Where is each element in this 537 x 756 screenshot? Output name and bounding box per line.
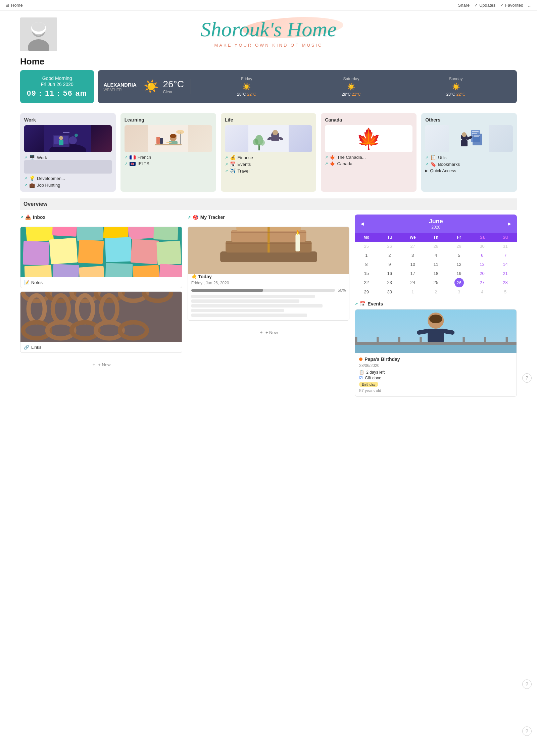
inbox-icon: 📥 [25, 215, 31, 220]
svg-rect-15 [148, 125, 188, 152]
learning-link-french[interactable]: ↗ French [125, 155, 212, 160]
tracker-column: ↗ 🎯 My Tracker [188, 215, 350, 397]
cal-day[interactable]: 16 [378, 269, 401, 278]
cal-day[interactable]: 2 [378, 251, 401, 260]
share-button[interactable]: Share [458, 3, 470, 8]
arrow-icon: ↗ [225, 162, 228, 167]
canada-link-canada[interactable]: ↗ 🍁 Canada [325, 161, 412, 166]
help-button-mid[interactable]: ? [522, 373, 532, 383]
cal-day[interactable]: 27 [401, 242, 424, 251]
learning-link-ielts[interactable]: ↗ 🇬🇧 IELTS [125, 161, 212, 166]
cal-day[interactable]: 1 [355, 251, 378, 260]
cal-day[interactable]: 18 [424, 269, 447, 278]
inbox-card-notes[interactable]: 📝 Notes [20, 227, 182, 288]
gift-label: Gift done [365, 376, 381, 380]
cal-day[interactable]: 12 [447, 260, 471, 269]
widgets-row: Good Morning Fri Jun 26 2020 09 : 11 : 5… [0, 70, 537, 110]
tracker-label: My Tracker [200, 215, 225, 220]
cal-day[interactable]: 11 [424, 260, 447, 269]
day-sa: Sa [471, 235, 494, 240]
inbox-card-links[interactable]: 🔗 Links [20, 291, 182, 353]
cal-day[interactable]: 5 [494, 287, 517, 296]
cal-day[interactable]: 5 [447, 251, 471, 260]
cal-day[interactable]: 30 [471, 242, 494, 251]
cal-day[interactable]: 31 [494, 242, 517, 251]
ca-flag-icon2: 🍁 [330, 161, 335, 166]
cal-day[interactable]: 4 [471, 287, 494, 296]
quick-access-button[interactable]: ▶ Quick Access [425, 168, 513, 173]
svg-rect-53 [153, 227, 178, 240]
bookmarks-icon: 🔖 [430, 161, 436, 167]
life-link-finance[interactable]: ↗ 💰 Finance [225, 155, 312, 160]
cal-day[interactable]: 14 [494, 260, 517, 269]
cal-day[interactable]: 10 [401, 260, 424, 269]
cal-day[interactable]: 7 [494, 251, 517, 260]
cal-day[interactable]: 25 [355, 242, 378, 251]
svg-rect-97 [377, 337, 379, 345]
favorited-button[interactable]: ✓ Favorited [500, 3, 523, 8]
cal-day[interactable]: 27 [471, 278, 494, 287]
cal-day[interactable]: 24 [401, 278, 424, 287]
svg-rect-61 [52, 264, 79, 277]
cal-day[interactable]: 13 [471, 260, 494, 269]
cal-day[interactable]: 17 [401, 269, 424, 278]
time-date: Fri Jun 26 2020 [27, 82, 87, 87]
cal-day[interactable]: 3 [401, 251, 424, 260]
events-label: Events [368, 301, 383, 306]
cal-day[interactable]: 23 [378, 278, 401, 287]
more-button[interactable]: ... [528, 3, 532, 8]
cal-day[interactable]: 26 [378, 242, 401, 251]
inbox-new-button[interactable]: ＋ + New [20, 358, 182, 371]
cal-day[interactable]: 29 [447, 242, 471, 251]
cal-day[interactable]: 1 [401, 287, 424, 296]
notes-icon: 📝 [24, 280, 29, 285]
cal-day-today[interactable]: 26 [454, 278, 464, 287]
cal-day[interactable]: 28 [494, 278, 517, 287]
cal-next-button[interactable]: ► [507, 221, 512, 227]
cal-day[interactable]: 19 [447, 269, 471, 278]
cal-day[interactable]: 2 [424, 287, 447, 296]
svg-rect-52 [128, 227, 156, 239]
cal-day[interactable]: 22 [355, 278, 378, 287]
cal-day[interactable]: 28 [424, 242, 447, 251]
event-card-birthday[interactable]: Papa's Birthday 28/06/2020 📋 2 days left… [355, 309, 517, 397]
arrow-icon: ↗ [425, 162, 428, 167]
cal-day[interactable]: 30 [378, 287, 401, 296]
category-card-others: Others ↗ 📋 [421, 113, 517, 192]
cal-week-4: 15 16 17 18 19 20 21 [355, 269, 517, 278]
uk-flag-icon: 🇬🇧 [130, 162, 136, 166]
cal-day[interactable]: 6 [471, 251, 494, 260]
cal-day[interactable]: 29 [355, 287, 378, 296]
calendar-month-year: June 2020 [429, 218, 443, 230]
day-th: Th [424, 235, 447, 240]
cal-day[interactable]: 4 [424, 251, 447, 260]
cal-day[interactable]: 15 [355, 269, 378, 278]
svg-rect-56 [78, 240, 104, 264]
nav-home[interactable]: ⊞ Home [5, 3, 23, 8]
cal-prev-button[interactable]: ◄ [359, 221, 365, 227]
avatar [20, 17, 57, 51]
others-link-utils[interactable]: ↗ 📋 Utils [425, 155, 513, 160]
updates-button[interactable]: ✓ Updates [474, 3, 495, 8]
page-title-section: Home [0, 51, 537, 70]
calendar-events-column: ◄ June 2020 ► Mo Tu We Th Fr Sa [355, 215, 517, 397]
cal-day[interactable]: 9 [378, 260, 401, 269]
cal-day[interactable]: 3 [447, 287, 471, 296]
tracker-new-button[interactable]: ＋ + New [188, 326, 350, 339]
svg-rect-16 [155, 144, 182, 145]
utils-icon: 📋 [430, 155, 436, 160]
time-greeting: Good Morning [27, 76, 87, 81]
life-link-events[interactable]: ↗ 📅 Events [225, 161, 312, 167]
cal-day[interactable]: 8 [355, 260, 378, 269]
work-link-jobs[interactable]: ↗ 💼 Job Hunting [24, 182, 112, 188]
cal-day[interactable]: 25 [424, 278, 447, 287]
life-link-travel[interactable]: ↗ ✈️ Travel [225, 168, 312, 174]
work-link-work[interactable]: ↗ 🖥️ Work [24, 155, 112, 160]
canada-link-canadian[interactable]: ↗ 🍁 The Canadia... [325, 155, 412, 160]
work-link-dev[interactable]: ↗ 💡 Developmen... [24, 176, 112, 181]
others-link-bookmarks[interactable]: ↗ 🔖 Bookmarks [425, 161, 513, 167]
cal-day[interactable]: 20 [471, 269, 494, 278]
days-left-icon: 📋 [359, 370, 364, 375]
sun-icon: ☀️ [191, 274, 197, 279]
cal-day[interactable]: 21 [494, 269, 517, 278]
